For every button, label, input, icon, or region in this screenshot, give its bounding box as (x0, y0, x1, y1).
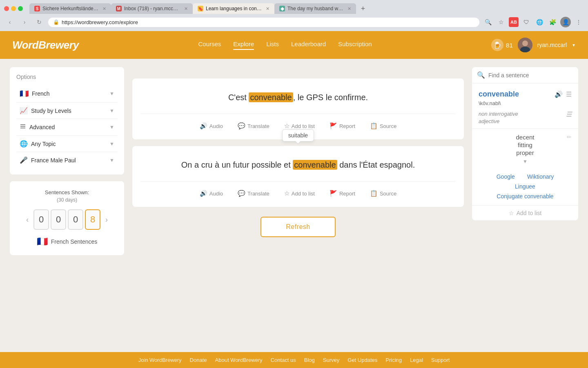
search-input[interactable] (488, 72, 573, 79)
footer-about[interactable]: About WordBrewery (215, 357, 263, 363)
minimize-dot[interactable] (11, 6, 16, 11)
conjugate-link[interactable]: Conjugate convenable (497, 193, 553, 200)
tab-close-1[interactable]: ✕ (102, 6, 106, 11)
sentence-1-translate-btn[interactable]: 💬 Translate (234, 121, 273, 131)
sentence-1-source-btn[interactable]: 📋 Source (367, 121, 400, 131)
option-voice-left: 🎤 France Male Paul (20, 156, 76, 164)
word-list-btn[interactable]: ☰ (566, 90, 572, 98)
google-link[interactable]: Google (497, 173, 515, 180)
vpn-icon[interactable]: 🛡 (521, 17, 532, 27)
adblock-icon[interactable]: AB (509, 17, 519, 27)
search-icon: 🔍 (477, 71, 485, 79)
new-tab-button[interactable]: + (358, 3, 368, 14)
footer-getupdates[interactable]: Get Updates (347, 357, 377, 363)
menu-icon[interactable]: ⋮ (573, 17, 584, 27)
option-voice[interactable]: 🎤 France Male Paul ▼ (16, 152, 118, 168)
linguee-link[interactable]: Linguee (515, 183, 535, 190)
sentence-2-audio-label: Audio (209, 191, 223, 197)
sentence-2-source-label: Source (380, 191, 396, 197)
flag-icon: 🚩 (330, 122, 337, 130)
option-language[interactable]: 🇫🇷 French ▼ (16, 85, 118, 103)
nav-leaderboard[interactable]: Leaderboard (291, 40, 326, 50)
option-language-chevron: ▼ (109, 91, 114, 96)
browser-tab-1[interactable]: S Sichere Herkunftsländer: Bund... ✕ (29, 3, 111, 14)
counter-prev[interactable]: ‹ (24, 214, 30, 226)
sentence-2-addtolist-btn[interactable]: ☆ Add to list (281, 188, 318, 199)
browser-tab-4[interactable]: ◆ The day my husband was cau... ✕ (274, 3, 356, 14)
profile-icon[interactable]: 👤 (560, 17, 571, 27)
nav-subscription[interactable]: Subscription (338, 40, 372, 50)
word-audio-icons: 🔊 ☰ (555, 90, 572, 98)
back-button[interactable]: ‹ (4, 16, 16, 28)
maximize-dot[interactable] (18, 6, 23, 11)
main-content: Options 🇫🇷 French ▼ 📈 Study by Levels ▼ (0, 59, 588, 352)
search-icon[interactable]: 🔍 (483, 17, 493, 27)
option-advanced[interactable]: Advanced ▼ (16, 119, 118, 136)
tab-close-4[interactable]: ✕ (347, 6, 351, 11)
tab-favicon-3: 🔖 (198, 6, 203, 11)
option-voice-label: France Male Paul (31, 157, 76, 164)
footer-links: Join WordBrewery Donate About WordBrewer… (0, 357, 588, 363)
option-study-left: 📈 Study by Levels (20, 107, 71, 114)
ext-link-row: Google Wiktionary (497, 173, 554, 180)
refresh-button[interactable]: Refresh (261, 217, 336, 237)
tab-favicon-1: S (34, 6, 40, 11)
footer-blog[interactable]: Blog (304, 357, 315, 363)
sentence-1-translate-label: Translate (247, 123, 270, 129)
footer-legal[interactable]: Legal (410, 357, 423, 363)
footer-survey[interactable]: Survey (323, 357, 339, 363)
sentence-2-report-btn[interactable]: 🚩 Report (326, 188, 359, 199)
forward-button[interactable]: › (19, 16, 30, 28)
trend-icon: 📈 (20, 107, 28, 114)
pos-list-btn[interactable]: ☰ (566, 110, 572, 118)
option-advanced-left: Advanced (20, 123, 55, 131)
sentence-1-report-btn[interactable]: 🚩 Report (326, 121, 359, 131)
show-more-definitions-btn[interactable]: ▼ (523, 159, 528, 164)
wiktionary-link[interactable]: Wiktionary (527, 173, 554, 180)
option-study-levels[interactable]: 📈 Study by Levels ▼ (16, 103, 118, 119)
lang-label: French Sentences (51, 238, 98, 245)
nav-explore[interactable]: Explore (233, 40, 254, 50)
address-bar[interactable]: 🔒 https://wordbrewery.com/explore (48, 18, 479, 27)
footer-join[interactable]: Join WordBrewery (138, 357, 182, 363)
nav-lists[interactable]: Lists (266, 40, 279, 50)
tab-close-2[interactable]: ✕ (184, 6, 188, 11)
tab-title-4: The day my husband was cau... (287, 6, 343, 11)
option-topic[interactable]: 🌐 Any Topic ▼ (16, 136, 118, 152)
user-dropdown-arrow[interactable]: ▼ (572, 43, 576, 47)
footer-donate[interactable]: Donate (190, 357, 207, 363)
footer-pricing[interactable]: Pricing (385, 357, 402, 363)
translate-icon-2: 💬 (238, 190, 245, 197)
tab-close-3[interactable]: ✕ (266, 6, 270, 11)
sentence-1-source-label: Source (380, 123, 396, 129)
word-title-row: convenable 🔊 ☰ (479, 90, 572, 99)
bookmark-icon[interactable]: ☆ (496, 17, 506, 27)
footer-support[interactable]: Support (431, 357, 450, 363)
puzzle-icon[interactable]: 🧩 (547, 17, 558, 27)
sentences-shown-label: Sentences Shown: (16, 189, 118, 195)
close-dot[interactable] (4, 6, 9, 11)
sentence-2-audio-btn[interactable]: 🔊 Audio (196, 188, 226, 199)
counter-next[interactable]: › (104, 214, 109, 226)
extension-icon[interactable]: 🌐 (534, 17, 545, 27)
globe-icon: 🌐 (20, 140, 28, 148)
browser-tab-2[interactable]: M Inbox (718) - ryan.mccarl@gm... ✕ (111, 3, 193, 14)
edit-definition-btn[interactable]: ✏ (567, 134, 572, 140)
option-study-label: Study by Levels (31, 108, 71, 114)
logo[interactable]: WordBrewery (12, 39, 79, 52)
sentences-panel: Sentences Shown: (30 days) ‹ 0 0 0 8 › 🇫… (10, 181, 124, 255)
sentence-2-translate-btn[interactable]: 💬 Translate (234, 188, 273, 199)
add-to-list-row[interactable]: ☆ Add to list (472, 205, 578, 220)
definition-fitting: fitting (518, 141, 532, 148)
nav-courses[interactable]: Courses (198, 40, 221, 50)
sentence-1-audio-btn[interactable]: 🔊 Audio (196, 121, 226, 131)
reload-button[interactable]: ↻ (33, 16, 45, 28)
search-bar-wrap: 🔍 (472, 67, 578, 83)
flag-icon-2: 🚩 (330, 190, 337, 197)
word-audio-btn[interactable]: 🔊 (555, 90, 563, 98)
browser-tab-3[interactable]: 🔖 Learn languages in context... ✕ (193, 3, 274, 14)
user-avatar[interactable] (518, 38, 532, 52)
footer-contact[interactable]: Contact us (271, 357, 296, 363)
sentence-2-addtolist-label: Add to list (292, 191, 315, 197)
sentence-2-source-btn[interactable]: 📋 Source (367, 188, 400, 199)
